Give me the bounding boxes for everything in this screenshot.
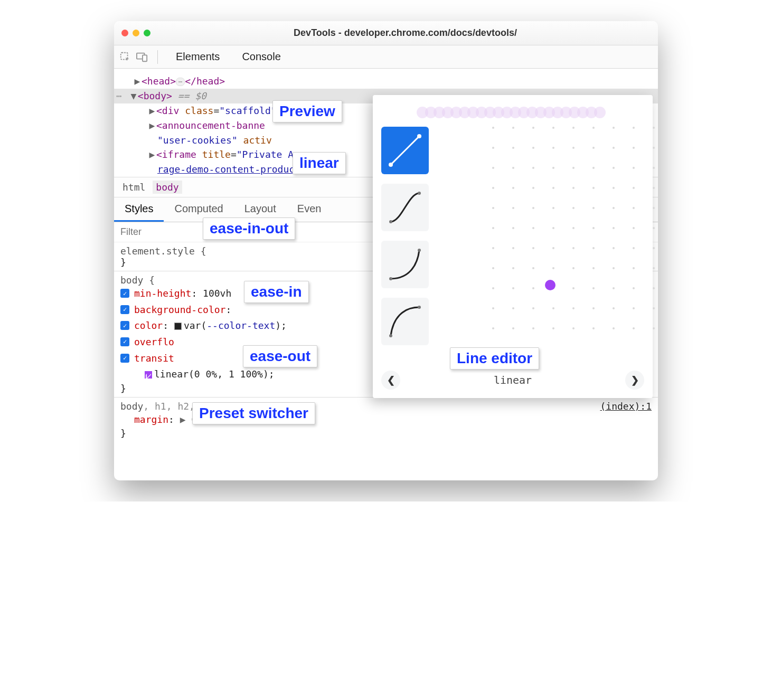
preset-prev-button[interactable]: ❮	[381, 371, 400, 390]
preset-switcher-label: linear	[494, 374, 532, 386]
checkbox-icon[interactable]	[120, 289, 129, 298]
window-title: DevTools - developer.chrome.com/docs/dev…	[160, 27, 651, 39]
checkbox-icon[interactable]	[120, 337, 129, 346]
tab-console[interactable]: Console	[233, 48, 289, 66]
svg-rect-2	[143, 55, 147, 61]
callout-linear: linear	[293, 152, 346, 174]
color-swatch-icon[interactable]	[174, 323, 182, 330]
callout-ease-out: ease-out	[243, 345, 317, 367]
callout-line-editor: Line editor	[450, 347, 539, 370]
svg-point-4	[389, 163, 393, 167]
dom-announcement[interactable]: <announcement-banne	[156, 120, 265, 131]
dom-head-open[interactable]: <head>	[142, 75, 176, 87]
preset-ease-out[interactable]	[381, 298, 429, 345]
source-link[interactable]: (index):1	[600, 401, 652, 412]
svg-point-11	[418, 306, 421, 309]
svg-point-9	[418, 249, 421, 252]
window-titlebar: DevTools - developer.chrome.com/docs/dev…	[114, 21, 658, 45]
preset-next-button[interactable]: ❯	[625, 371, 644, 390]
tab-elements[interactable]: Elements	[167, 48, 228, 66]
checkbox-icon[interactable]	[120, 354, 129, 363]
devtools-toolbar: Elements Console	[114, 45, 658, 69]
minimize-window-icon[interactable]	[133, 30, 139, 36]
easing-preview-strip: for(let i=0;i<22;i++)document.write('<di…	[381, 101, 644, 124]
callout-preview: Preview	[272, 100, 342, 122]
breadcrumb-html[interactable]: html	[119, 181, 148, 194]
svg-point-10	[389, 334, 392, 337]
svg-point-8	[389, 277, 392, 280]
inspect-element-icon[interactable]	[119, 51, 131, 63]
preset-ease-in[interactable]	[381, 241, 429, 288]
checkbox-icon[interactable]	[120, 321, 129, 330]
tab-styles[interactable]: Styles	[114, 197, 164, 222]
maximize-window-icon[interactable]	[144, 30, 150, 36]
device-toggle-icon[interactable]	[136, 51, 148, 63]
svg-line-3	[391, 136, 419, 165]
checkbox-icon[interactable]	[120, 305, 129, 314]
svg-point-6	[389, 220, 392, 223]
close-window-icon[interactable]	[121, 30, 128, 36]
svg-point-5	[417, 134, 421, 138]
callout-preset-switcher: Preset switcher	[192, 402, 315, 424]
ellipsis-icon[interactable]: ⋯	[176, 78, 185, 86]
easing-swatch-icon[interactable]	[145, 371, 152, 379]
preset-linear[interactable]	[381, 127, 429, 174]
svg-point-7	[418, 192, 421, 195]
callout-ease-in-out: ease-in-out	[203, 217, 295, 240]
callout-ease-in: ease-in	[244, 281, 309, 303]
easing-handle-start[interactable]	[545, 280, 556, 290]
preset-ease-in-out[interactable]	[381, 184, 429, 231]
dom-iframe-src-link[interactable]: rage-demo-content-producer.	[157, 164, 312, 175]
breadcrumb-body[interactable]: body	[153, 181, 182, 194]
